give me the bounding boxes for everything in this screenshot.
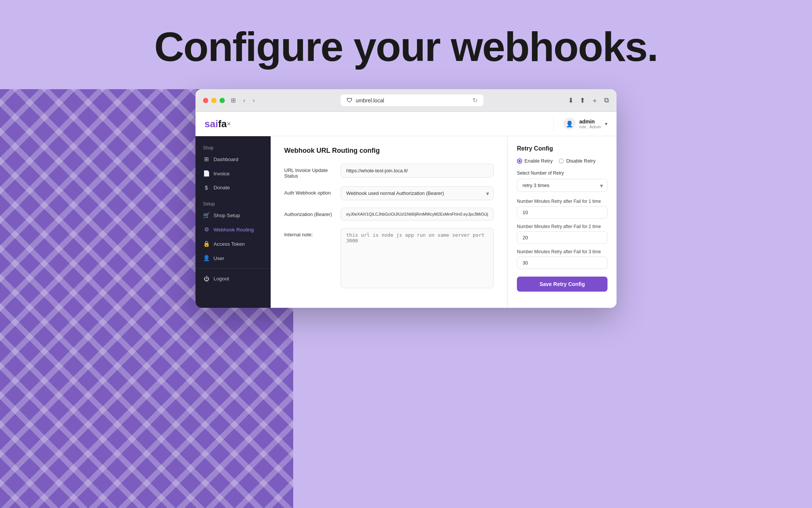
browser-window: ⊞ ‹ › 🛡 umbrel.local ↻ ⬇ ⬆ ＋ ⧉ <box>195 89 617 308</box>
retry-fail3-label: Number Minutes Retry after Fail for 3 ti… <box>517 249 607 254</box>
reload-icon[interactable]: ↻ <box>473 97 477 104</box>
close-app-button[interactable]: × <box>227 120 231 128</box>
url-invoice-row: URL Invoice Update Status <box>284 164 494 179</box>
sidebar-item-logout[interactable]: ⏻ Logout <box>195 272 271 286</box>
authorization-row: Authorization (Bearer) <box>284 208 494 221</box>
retry-toggle-group: Enable Retry Disable Retry <box>517 158 607 164</box>
auth-webhook-select[interactable]: Webhook used normal Authorization (Beare… <box>341 186 494 200</box>
sidebar-shop-setup-label: Shop Setup <box>214 213 240 218</box>
invoice-icon: 📄 <box>203 170 210 177</box>
logo-fa: fa <box>218 118 227 129</box>
save-retry-button[interactable]: Save Retry Config <box>517 277 607 292</box>
sidebar-toggle-button[interactable]: ⊞ <box>229 95 237 105</box>
authorization-label: Authorization (Bearer) <box>284 208 333 217</box>
sidebar-logout-label: Logout <box>214 276 229 281</box>
retry-fail1-input[interactable] <box>517 206 607 219</box>
address-bar-wrapper: 🛡 umbrel.local ↻ <box>261 94 564 106</box>
browser-scene: ⊞ ‹ › 🛡 umbrel.local ↻ ⬇ ⬆ ＋ ⧉ <box>0 89 812 508</box>
dashboard-icon: ⊞ <box>203 156 210 163</box>
sidebar-webhook-label: Webhook Routing <box>214 227 254 233</box>
url-text: umbrel.local <box>356 97 384 103</box>
url-invoice-input[interactable] <box>341 164 494 178</box>
sidebar-invoice-label: Invoice <box>214 171 230 176</box>
share-button[interactable]: ⬆ <box>580 96 585 105</box>
header-divider <box>553 116 554 131</box>
sidebar-shop-label: Shop <box>195 142 271 152</box>
app-layout: Shop ⊞ Dashboard 📄 Invoice $ Donate Setu… <box>195 136 617 308</box>
sidebar-item-webhook-routing[interactable]: ⚙ Webhook Routing <box>195 222 271 237</box>
internal-note-label: Internal note: <box>284 228 333 237</box>
sidebar-user-label: User <box>214 256 224 261</box>
sidebar-item-user[interactable]: 👤 User <box>195 251 271 265</box>
sidebar-item-shop-setup[interactable]: 🛒 Shop Setup <box>195 208 271 222</box>
user-info: admin role : Admin <box>579 119 601 129</box>
internal-note-field <box>341 228 494 290</box>
authorization-field <box>341 208 494 221</box>
url-invoice-label: URL Invoice Update Status <box>284 164 333 179</box>
sidebar-access-token-label: Access Token <box>214 241 245 247</box>
enable-retry-dot <box>517 158 522 164</box>
tabs-button[interactable]: ⧉ <box>604 96 609 104</box>
retry-panel: Retry Config Enable Retry Disable Retry <box>508 136 617 308</box>
logo-text: saifa <box>205 118 227 130</box>
disable-retry-dot <box>559 158 564 164</box>
retry-select-wrapper: retry 3 times <box>517 179 607 192</box>
enable-retry-label: Enable Retry <box>524 158 553 164</box>
shop-setup-icon: 🛒 <box>203 212 210 219</box>
user-avatar: 👤 <box>564 118 576 130</box>
hero-area: Configure your webhooks. <box>0 0 812 89</box>
user-dropdown-button[interactable]: ▾ <box>605 121 607 127</box>
webhook-panel-title: Webhook URL Routing config <box>284 147 494 155</box>
enable-retry-radio[interactable]: Enable Retry <box>517 158 553 164</box>
sidebar-item-invoice[interactable]: 📄 Invoice <box>195 166 271 181</box>
logo-sa: sai <box>205 118 218 129</box>
auth-webhook-label: Auth Webhook option <box>284 186 333 196</box>
retry-fail2-label: Number Minutes Retry after Fail for 2 ti… <box>517 224 607 229</box>
sidebar-setup-label: Setup <box>195 198 271 208</box>
minimize-traffic-light[interactable] <box>211 98 217 103</box>
main-content: Webhook URL Routing config URL Invoice U… <box>271 136 617 308</box>
retry-panel-title: Retry Config <box>517 145 607 152</box>
webhook-panel: Webhook URL Routing config URL Invoice U… <box>271 136 508 308</box>
traffic-lights <box>203 98 225 103</box>
disable-retry-radio[interactable]: Disable Retry <box>559 158 595 164</box>
donate-icon: $ <box>203 184 210 191</box>
sidebar: Shop ⊞ Dashboard 📄 Invoice $ Donate Setu… <box>195 136 271 308</box>
select-retry-label: Select Number of Retry <box>517 170 607 176</box>
internal-note-textarea[interactable] <box>341 228 494 288</box>
authorization-input[interactable] <box>341 208 494 221</box>
sidebar-item-access-token[interactable]: 🔒 Access Token <box>195 237 271 251</box>
auth-webhook-row: Auth Webhook option Webhook used normal … <box>284 186 494 200</box>
browser-toolbar: ⊞ ‹ › 🛡 umbrel.local ↻ ⬇ ⬆ ＋ ⧉ <box>195 89 617 112</box>
auth-webhook-field: Webhook used normal Authorization (Beare… <box>341 186 494 200</box>
address-bar[interactable]: 🛡 umbrel.local ↻ <box>341 94 483 106</box>
sidebar-dashboard-label: Dashboard <box>214 157 238 162</box>
user-name: admin <box>579 119 601 125</box>
sidebar-donate-label: Donate <box>214 185 230 190</box>
shield-icon: 🛡 <box>347 97 353 104</box>
logout-icon: ⏻ <box>203 275 210 282</box>
back-button[interactable]: ‹ <box>242 96 247 105</box>
maximize-traffic-light[interactable] <box>220 98 225 103</box>
toolbar-actions: ⬇ ⬆ ＋ ⧉ <box>568 96 609 105</box>
new-tab-button[interactable]: ＋ <box>591 96 598 105</box>
hero-title: Configure your webhooks. <box>154 23 657 70</box>
sidebar-item-dashboard[interactable]: ⊞ Dashboard <box>195 152 271 166</box>
app-logo: saifa <box>205 118 227 130</box>
close-traffic-light[interactable] <box>203 98 208 103</box>
disable-retry-label: Disable Retry <box>566 158 595 164</box>
access-token-icon: 🔒 <box>203 240 210 247</box>
user-role: role : Admin <box>579 125 601 129</box>
internal-note-row: Internal note: <box>284 228 494 290</box>
retry-fail3-input[interactable] <box>517 257 607 269</box>
retry-count-select[interactable]: retry 3 times <box>517 179 607 192</box>
sidebar-divider <box>195 268 271 269</box>
url-invoice-field <box>341 164 494 178</box>
forward-button[interactable]: › <box>251 96 256 105</box>
user-sidebar-icon: 👤 <box>203 255 210 262</box>
header-user: 👤 admin role : Admin ▾ <box>553 116 607 131</box>
sidebar-item-donate[interactable]: $ Donate <box>195 181 271 195</box>
app-header: saifa × 👤 admin role : Admin ▾ <box>195 112 617 136</box>
retry-fail2-input[interactable] <box>517 231 607 244</box>
download-button[interactable]: ⬇ <box>568 96 574 105</box>
